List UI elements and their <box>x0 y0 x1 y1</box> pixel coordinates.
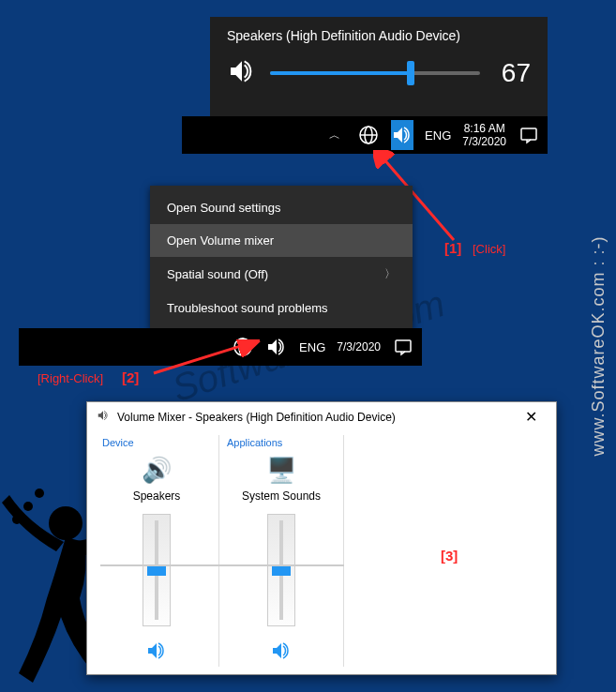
svg-line-9 <box>154 345 244 373</box>
volume-device-title: Speakers (High Definition Audio Device) <box>227 28 531 43</box>
volume-slider[interactable] <box>270 71 480 75</box>
speaker-device-icon[interactable]: 🔊 <box>141 454 173 486</box>
annotation-1-label: [Click] <box>473 242 505 256</box>
volume-value: 67 <box>493 58 531 88</box>
window-titlebar[interactable]: Volume Mixer - Speakers (High Definition… <box>87 402 556 431</box>
window-title: Volume Mixer - Speakers (High Definition… <box>117 411 396 424</box>
date-label: 7/3/2020 <box>462 135 506 148</box>
volume-flyout: Speakers (High Definition Audio Device) … <box>210 17 548 116</box>
device-mute-button[interactable] <box>145 639 168 667</box>
date-label: 7/3/2020 <box>337 340 381 354</box>
menu-spatial-sound[interactable]: Spatial sound (Off)〉 <box>150 257 413 292</box>
device-section-label: Device <box>102 437 213 448</box>
clock[interactable]: 7/3/2020 <box>337 340 381 354</box>
volume-tray-icon[interactable] <box>265 332 288 362</box>
notifications-icon[interactable] <box>518 120 540 150</box>
annotation-2-label: [Right-Click] <box>38 371 103 385</box>
annotation-2: [2] <box>122 369 139 385</box>
menu-open-sound-settings[interactable]: Open Sound settings <box>150 191 413 224</box>
watermark-url: www.SoftwareOK.com : :-) <box>589 235 608 456</box>
chevron-right-icon: 〉 <box>384 266 396 282</box>
apps-section-label: Applications <box>227 437 338 448</box>
speaker-icon[interactable] <box>227 56 257 90</box>
app-column: 🖥️ System Sounds <box>225 454 338 667</box>
svg-point-4 <box>49 506 83 540</box>
language-indicator[interactable]: ENG <box>299 340 325 354</box>
menu-open-volume-mixer[interactable]: Open Volume mixer <box>150 224 413 257</box>
volume-context-menu: Open Sound settings Open Volume mixer Sp… <box>150 186 413 330</box>
device-volume-slider[interactable] <box>143 514 171 626</box>
taskbar: ︿ ENG 8:16 AM 7/3/2020 <box>182 116 548 154</box>
app-name: System Sounds <box>242 489 321 503</box>
svg-point-7 <box>12 515 22 524</box>
svg-point-6 <box>23 502 33 511</box>
app-mute-button[interactable] <box>270 639 293 667</box>
network-icon[interactable] <box>357 120 380 150</box>
menu-troubleshoot[interactable]: Troubleshoot sound problems <box>150 292 413 324</box>
close-button[interactable]: ✕ <box>516 408 547 426</box>
speaker-icon <box>97 409 110 425</box>
device-column: 🔊 Speakers <box>100 454 213 667</box>
svg-point-5 <box>35 489 44 498</box>
annotation-3: [3] <box>441 548 458 564</box>
app-volume-slider[interactable] <box>267 514 295 626</box>
language-indicator[interactable]: ENG <box>425 128 451 143</box>
notifications-icon[interactable] <box>392 332 414 362</box>
tray-chevron-icon[interactable]: ︿ <box>323 120 346 150</box>
volume-mixer-window: Volume Mixer - Speakers (High Definition… <box>86 401 557 675</box>
system-sounds-icon[interactable]: 🖥️ <box>265 454 297 486</box>
device-name: Speakers <box>133 489 181 503</box>
annotation-1: [1] <box>444 240 461 256</box>
time-label: 8:16 AM <box>462 122 506 135</box>
volume-tray-icon[interactable] <box>391 120 413 150</box>
clock[interactable]: 8:16 AM 7/3/2020 <box>462 122 506 148</box>
